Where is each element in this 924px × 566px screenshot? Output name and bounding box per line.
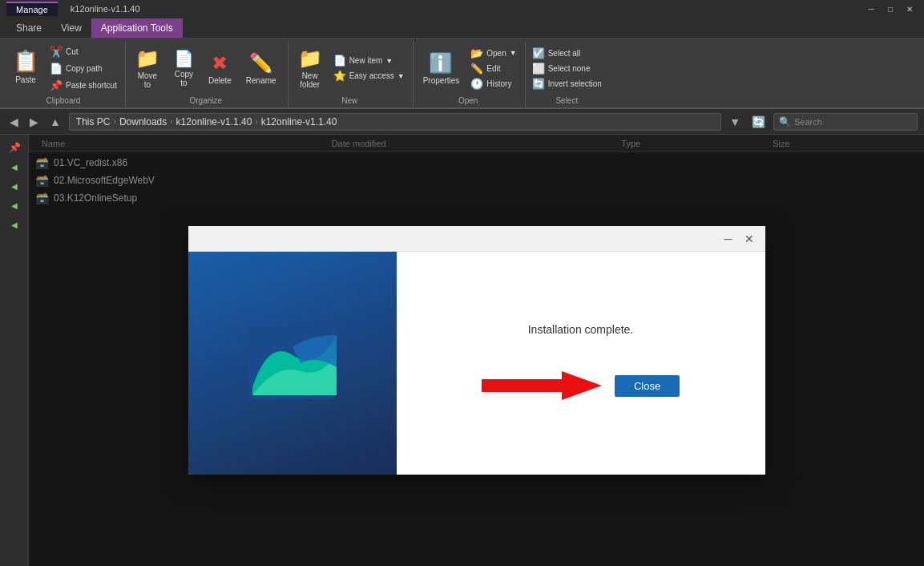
- history-icon: 🕐: [470, 78, 483, 90]
- new-item-icon: 📄: [333, 55, 346, 67]
- properties-icon: ℹ️: [429, 52, 453, 75]
- clipboard-small-buttons: ✂️ Cut 📄 Copy path 📌 Paste shortcut: [46, 43, 120, 93]
- app-logo: [244, 323, 341, 403]
- select-col: ☑️ Select all ⬜ Select none 🔄 Invert sel…: [529, 46, 605, 91]
- new-folder-button[interactable]: 📁 New folder: [292, 45, 329, 91]
- paste-label: Paste: [15, 75, 36, 84]
- search-icon: 🔍: [779, 116, 791, 127]
- minimize-button[interactable]: ─: [863, 2, 879, 15]
- paste-shortcut-button[interactable]: 📌 Paste shortcut: [46, 78, 120, 92]
- nav-item-3[interactable]: ◀: [0, 196, 29, 215]
- select-all-icon: ☑️: [532, 47, 545, 59]
- open-icon: 📂: [470, 47, 483, 59]
- forward-button[interactable]: ▶: [26, 114, 42, 130]
- ribbon: 📋 Paste ✂️ Cut 📄 Copy path 📌 Paste short…: [0, 38, 924, 109]
- select-label: Select: [529, 93, 605, 106]
- close-button[interactable]: Close: [615, 375, 680, 397]
- new-group: 📁 New folder 📄 New item ▼ ⭐ Easy access …: [288, 42, 414, 107]
- organize-buttons: 📁 Move to 📄 Copy to ✖ Delete ✏️ Rename: [129, 43, 283, 93]
- new-item-col: 📄 New item ▼ ⭐ Easy access ▼: [330, 54, 408, 83]
- easy-access-dropdown-icon: ▼: [397, 72, 405, 80]
- dropdown-button[interactable]: ▼: [726, 114, 744, 130]
- delete-icon: ✖: [212, 52, 228, 75]
- modal-minimize-button[interactable]: ─: [719, 229, 738, 249]
- move-to-button[interactable]: 📁 Move to: [129, 45, 166, 91]
- title-bar-controls: ─ □ ✕: [863, 2, 918, 15]
- open-label: Open: [417, 93, 520, 106]
- select-group: ☑️ Select all ⬜ Select none 🔄 Invert sel…: [526, 42, 610, 107]
- tab-share[interactable]: Share: [6, 18, 51, 38]
- clipboard-group: 📋 Paste ✂️ Cut 📄 Copy path 📌 Paste short…: [3, 42, 126, 107]
- easy-access-icon: ⭐: [333, 70, 346, 82]
- nav-item-4[interactable]: ◀: [0, 215, 29, 234]
- new-folder-icon: 📁: [298, 47, 322, 70]
- installation-complete-text: Installation complete.: [528, 323, 634, 336]
- cut-button[interactable]: ✂️ Cut: [46, 44, 120, 59]
- refresh-button[interactable]: 🔄: [748, 114, 769, 130]
- pin-button[interactable]: 📌: [0, 138, 29, 157]
- search-box[interactable]: 🔍 Search: [773, 113, 918, 131]
- select-none-icon: ⬜: [532, 63, 545, 75]
- select-all-button[interactable]: ☑️ Select all: [529, 46, 605, 60]
- move-to-icon: 📁: [135, 47, 159, 70]
- arrow-close-row: Close: [482, 368, 680, 403]
- modal-overlay: ─ ✕: [29, 135, 924, 566]
- delete-button[interactable]: ✖ Delete: [202, 45, 238, 91]
- title-tab-manage[interactable]: Manage: [6, 2, 58, 16]
- clipboard-buttons: 📋 Paste ✂️ Cut 📄 Copy path 📌 Paste short…: [6, 43, 120, 93]
- paste-button[interactable]: 📋 Paste: [6, 43, 45, 90]
- paste-shortcut-icon: 📌: [50, 79, 63, 91]
- paste-icon: 📋: [13, 49, 38, 74]
- copy-path-button[interactable]: 📄 Copy path: [46, 61, 120, 75]
- breadcrumb[interactable]: This PC › Downloads › k12online-v1.1.40 …: [69, 113, 721, 131]
- copy-to-button[interactable]: 📄 Copy to: [167, 45, 200, 91]
- select-buttons: ☑️ Select all ⬜ Select none 🔄 Invert sel…: [529, 43, 605, 93]
- modal-close-title-button[interactable]: ✕: [740, 229, 759, 249]
- close-window-button[interactable]: ✕: [902, 2, 918, 15]
- edit-button[interactable]: ✏️ Edit: [467, 61, 519, 75]
- properties-button[interactable]: ℹ️ Properties: [417, 45, 466, 91]
- cut-icon: ✂️: [50, 46, 63, 58]
- breadcrumb-sep-2: ›: [170, 117, 172, 126]
- modal-left-panel: [188, 252, 397, 475]
- open-group: ℹ️ Properties 📂 Open ▼ ✏️ Edit 🕐 History: [414, 42, 526, 107]
- organize-label: Organize: [129, 93, 283, 106]
- open-button[interactable]: 📂 Open ▼: [467, 46, 519, 60]
- nav-item-2[interactable]: ◀: [0, 176, 29, 196]
- tab-application-tools[interactable]: Application Tools: [91, 18, 183, 38]
- breadcrumb-this-pc[interactable]: This PC: [76, 116, 111, 127]
- new-item-button[interactable]: 📄 New item ▼: [330, 54, 408, 68]
- copy-path-icon: 📄: [50, 63, 63, 75]
- up-button[interactable]: ▲: [46, 114, 64, 130]
- search-placeholder: Search: [794, 117, 822, 127]
- breadcrumb-folder2[interactable]: k12online-v1.1.40: [261, 116, 337, 127]
- modal-titlebar: ─ ✕: [188, 226, 765, 252]
- left-panel: 📌 ◀ ◀ ◀ ◀: [0, 135, 29, 566]
- main-content: 📌 ◀ ◀ ◀ ◀ Name Date modified Type Size 🗃…: [0, 135, 924, 566]
- modal-body: Installation complete. Close: [188, 252, 765, 475]
- select-none-button[interactable]: ⬜ Select none: [529, 61, 605, 75]
- organize-group: 📁 Move to 📄 Copy to ✖ Delete ✏️ Rename O…: [126, 42, 288, 107]
- title-tab-path[interactable]: k12online-v1.1.40: [61, 2, 150, 15]
- invert-selection-button[interactable]: 🔄 Invert selection: [529, 76, 605, 91]
- history-button[interactable]: 🕐 History: [467, 76, 519, 91]
- tab-view[interactable]: View: [51, 18, 91, 38]
- open-buttons: ℹ️ Properties 📂 Open ▼ ✏️ Edit 🕐 History: [417, 43, 520, 93]
- new-buttons: 📁 New folder 📄 New item ▼ ⭐ Easy access …: [292, 43, 408, 93]
- rename-icon: ✏️: [249, 52, 273, 75]
- new-label: New: [292, 93, 408, 106]
- back-button[interactable]: ◀: [6, 114, 22, 130]
- title-tabs: Manage k12online-v1.1.40: [6, 2, 150, 16]
- svg-marker-1: [482, 371, 602, 400]
- copy-to-icon: 📄: [174, 49, 194, 68]
- maximize-button[interactable]: □: [882, 2, 898, 15]
- breadcrumb-downloads[interactable]: Downloads: [119, 116, 167, 127]
- rename-button[interactable]: ✏️ Rename: [240, 45, 283, 91]
- breadcrumb-folder1[interactable]: k12online-v1.1.40: [176, 116, 252, 127]
- easy-access-button[interactable]: ⭐ Easy access ▼: [330, 69, 408, 83]
- edit-icon: ✏️: [470, 63, 483, 75]
- ribbon-tabs: Share View Application Tools: [0, 18, 924, 38]
- address-bar: ◀ ▶ ▲ This PC › Downloads › k12online-v1…: [0, 109, 924, 135]
- nav-item-1[interactable]: ◀: [0, 157, 29, 176]
- invert-selection-icon: 🔄: [532, 78, 545, 90]
